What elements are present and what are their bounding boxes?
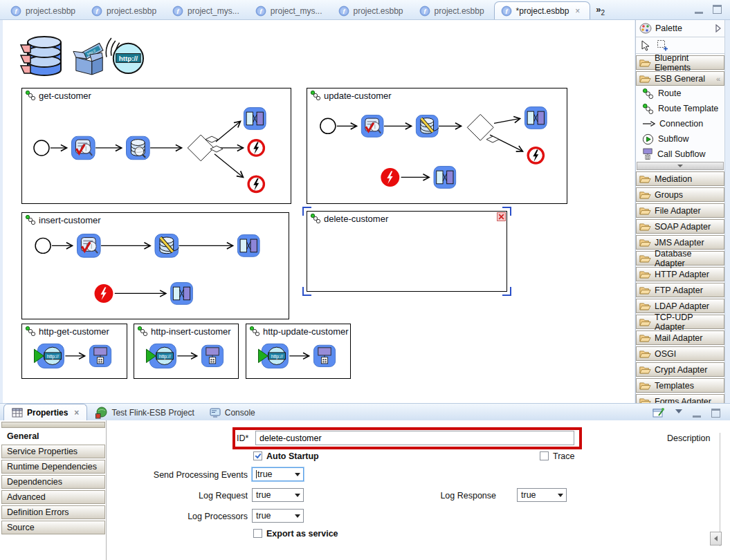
palette-header[interactable]: Palette: [636, 20, 724, 37]
http-from-node[interactable]: [258, 344, 288, 368]
close-icon[interactable]: ×: [575, 6, 580, 16]
palette-drawer-jms-adapter[interactable]: JMS Adapter: [636, 235, 724, 250]
validate-node[interactable]: [77, 234, 100, 258]
palette-drawer-crypt-adapter[interactable]: Crypt Adapter: [636, 362, 724, 377]
palette-drawer-soap-adapter[interactable]: SOAP Adapter: [636, 219, 724, 234]
palette-drawer-templates[interactable]: Templates: [636, 378, 724, 393]
call-subflow-node[interactable]: [89, 345, 111, 366]
editor-tab[interactable]: project.esbbp: [413, 2, 494, 19]
maximize-view-icon[interactable]: [711, 409, 720, 418]
palette-item-route-template[interactable]: Route Template: [636, 101, 724, 116]
when-node[interactable]: [486, 136, 499, 142]
close-icon[interactable]: ×: [74, 408, 79, 418]
tab-overflow-indicator[interactable]: »2: [596, 4, 605, 17]
minimize-view-icon[interactable]: [693, 409, 701, 418]
start-node[interactable]: [35, 238, 51, 253]
route-diagram[interactable]: [307, 88, 567, 203]
trace-checkbox[interactable]: [540, 451, 549, 460]
database-select-node[interactable]: [127, 136, 150, 160]
palette-item-call-subflow[interactable]: Call Subflow: [636, 147, 724, 162]
http-endpoint-icon[interactable]: [105, 37, 145, 76]
section-dependencies[interactable]: Dependencies: [1, 475, 105, 489]
route-container-http-update-customer[interactable]: http-update-customer: [246, 324, 351, 379]
editor-tab[interactable]: project.esbbp: [85, 2, 166, 19]
palette-drawer-http-adapter[interactable]: HTTP Adapter: [636, 267, 724, 281]
log-request-select[interactable]: true: [252, 488, 304, 502]
transform-node[interactable]: [434, 167, 456, 189]
error-node[interactable]: [248, 176, 264, 192]
view-menu-icon[interactable]: [675, 409, 682, 417]
editor-tab[interactable]: project_mys...: [249, 2, 332, 19]
palette-drawer-file-adapter[interactable]: File Adapter: [636, 203, 724, 218]
scroll-left-button[interactable]: [710, 532, 722, 545]
minimize-view-icon[interactable]: [695, 5, 703, 14]
esb-diagram-canvas[interactable]: get-customer update-customer: [3, 20, 635, 403]
route-container-update-customer[interactable]: update-customer: [307, 88, 567, 204]
route-diagram[interactable]: [22, 213, 289, 319]
error-node[interactable]: [248, 140, 264, 156]
tab-console[interactable]: Console: [202, 404, 263, 420]
tab-properties[interactable]: Properties ×: [3, 404, 87, 420]
palette-drawer-mail-adapter[interactable]: Mail Adapter: [636, 330, 724, 345]
palette-drawer-tcp-udp-adapter[interactable]: TCP-UDP Adapter: [636, 315, 724, 329]
validate-node[interactable]: [361, 115, 383, 137]
section-general[interactable]: General: [1, 429, 105, 443]
dropdown-arrow-icon[interactable]: [555, 489, 566, 501]
palette-drawer-osgi[interactable]: OSGI: [636, 346, 724, 361]
selection-handle[interactable]: [302, 287, 311, 296]
send-processing-events-select[interactable]: true: [252, 467, 304, 481]
start-node[interactable]: [34, 140, 49, 156]
section-advanced[interactable]: Advanced: [1, 490, 105, 504]
scrollbar-track[interactable]: [720, 433, 720, 546]
palette-drawer-groups[interactable]: Groups: [636, 187, 724, 202]
dropdown-arrow-icon[interactable]: [292, 489, 303, 501]
section-service-properties[interactable]: Service Properties: [1, 445, 105, 458]
route-container-http-get-customer[interactable]: http-get-customer: [21, 324, 127, 379]
error-handler-node[interactable]: [95, 284, 113, 303]
dropdown-arrow-icon[interactable]: [292, 468, 303, 480]
maximize-view-icon[interactable]: [713, 5, 722, 14]
editor-tab[interactable]: project.esbbp: [332, 2, 413, 19]
database-service-icon[interactable]: [19, 35, 65, 78]
palette-item-connection[interactable]: Connection: [636, 116, 724, 131]
section-source[interactable]: Source: [1, 521, 105, 534]
select-tool-icon[interactable]: [641, 40, 650, 51]
palette-drawer-blueprint-elements[interactable]: Blueprint Elements: [636, 55, 724, 70]
editor-tab-active[interactable]: *project.esbbp ×: [494, 1, 591, 19]
route-container-http-insert-customer[interactable]: http-insert-customer: [134, 324, 239, 379]
route-diagram[interactable]: [22, 88, 291, 203]
section-definition-errors[interactable]: Definition Errors: [1, 505, 105, 519]
tab-test-flink-esb-project[interactable]: Test Flink-ESB Project: [87, 404, 201, 420]
pin-icon[interactable]: «: [716, 75, 722, 83]
selection-handle[interactable]: [302, 207, 311, 216]
transform-node[interactable]: [524, 107, 547, 129]
transform-node[interactable]: [244, 108, 266, 130]
section-runtime-dependencies[interactable]: Runtime Dependencies: [1, 460, 105, 474]
open-new-view-icon[interactable]: [653, 407, 665, 419]
route-container-get-customer[interactable]: get-customer: [21, 88, 291, 204]
error-node[interactable]: [528, 148, 543, 163]
export-as-service-checkbox[interactable]: [253, 529, 262, 538]
log-processors-select[interactable]: true: [252, 509, 304, 523]
call-subflow-node[interactable]: [201, 345, 223, 366]
marquee-tool-icon[interactable]: [657, 39, 668, 51]
dropdown-arrow-icon[interactable]: [292, 510, 303, 522]
palette-item-subflow[interactable]: Subflow: [636, 131, 724, 147]
palette-drawer-ftp-adapter[interactable]: FTP Adapter: [636, 283, 724, 297]
editor-tab[interactable]: project_mys...: [166, 2, 249, 19]
auto-startup-checkbox[interactable]: [253, 451, 262, 460]
http-from-node[interactable]: [146, 344, 176, 368]
palette-drawer-ldap-adapter[interactable]: LDAP Adapter: [636, 299, 724, 313]
palette-scroll-down[interactable]: [637, 162, 724, 170]
editor-tab[interactable]: project.esbbp: [4, 2, 85, 19]
call-subflow-node[interactable]: [313, 345, 335, 366]
selection-handle[interactable]: [502, 287, 511, 296]
choice-node[interactable]: [467, 114, 493, 140]
error-handler-node[interactable]: [381, 168, 399, 187]
palette-drawer-mediation[interactable]: Mediation: [636, 171, 724, 186]
start-node[interactable]: [320, 118, 336, 133]
route-container-insert-customer[interactable]: insert-customer: [21, 212, 289, 319]
route-container-delete-customer[interactable]: delete-customer: [307, 211, 507, 292]
palette-drawer-esb-general[interactable]: ESB General «: [636, 71, 724, 86]
http-from-node[interactable]: [34, 344, 64, 368]
